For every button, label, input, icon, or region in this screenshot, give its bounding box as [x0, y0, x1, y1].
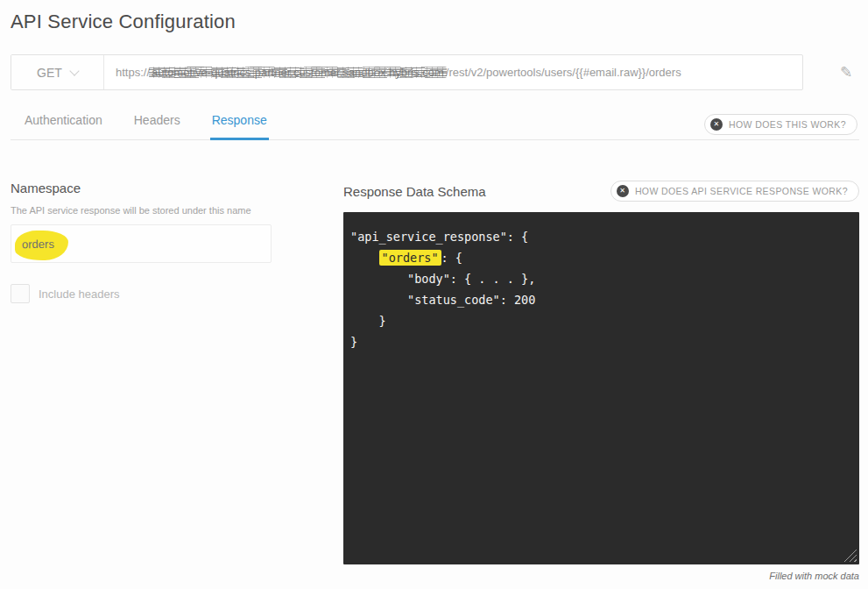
url-input[interactable]: https:// automotive-quatrics-partner.cus… [104, 55, 802, 89]
request-row: GET https:// automotive-quatrics-partner… [11, 54, 859, 90]
url-prefix: https:// [116, 66, 150, 79]
code-line: "body": { . . . }, [350, 268, 849, 289]
namespace-description: The API service response will be stored … [11, 205, 273, 216]
pencil-icon[interactable]: ✎ [840, 63, 852, 82]
tab-headers[interactable]: Headers [132, 106, 182, 139]
namespace-value-highlighted: orders [15, 230, 68, 260]
include-headers-row: Include headers [11, 284, 273, 303]
code-line: "status_code": 200 [350, 289, 849, 310]
close-circle-icon: ✕ [617, 185, 629, 197]
code-line: "orders": { [350, 247, 849, 268]
page-title: API Service Configuration [11, 11, 859, 33]
main-content: Namespace The API service response will … [11, 181, 859, 581]
url-suffix: /rest/v2/powertools/users/{{#email.raw}}… [446, 66, 681, 79]
how-does-api-service-response-work-button[interactable]: ✕ HOW DOES API SERVICE RESPONSE WORK? [610, 181, 859, 202]
http-method-value: GET [37, 66, 62, 80]
resize-handle[interactable] [843, 549, 857, 562]
how-does-this-work-label: HOW DOES THIS WORK? [729, 119, 846, 130]
response-schema-section: Response Data Schema ✕ HOW DOES API SERV… [343, 181, 859, 581]
namespace-input[interactable]: orders [11, 224, 272, 263]
response-schema-header: Response Data Schema ✕ HOW DOES API SERV… [343, 181, 859, 202]
tabs: Authentication Headers Response [23, 106, 297, 139]
namespace-heading: Namespace [11, 181, 273, 195]
how-does-api-service-response-work-label: HOW DOES API SERVICE RESPONSE WORK? [635, 186, 848, 196]
code-line: "api_service_response": { [350, 226, 849, 247]
request-url-bar: GET https:// automotive-quatrics-partner… [11, 54, 803, 90]
code-line: } [350, 331, 849, 352]
tabs-bar: Authentication Headers Response ✕ HOW DO… [11, 106, 859, 140]
response-data-schema-code: "api_service_response": { "orders": { "b… [343, 212, 859, 564]
namespace-section: Namespace The API service response will … [11, 181, 273, 581]
how-does-this-work-button[interactable]: ✕ HOW DOES THIS WORK? [704, 114, 857, 135]
orders-key-highlighted: "orders" [379, 250, 441, 266]
api-service-configuration-page: API Service Configuration GET https:// a… [0, 0, 868, 581]
http-method-select[interactable]: GET [11, 55, 104, 89]
url-redacted-segment: automotive-quatrics-partner.customer.san… [150, 66, 446, 79]
tab-response[interactable]: Response [210, 106, 269, 139]
mock-data-note: Filled with mock data [343, 571, 859, 581]
include-headers-label: Include headers [39, 287, 120, 301]
tab-authentication[interactable]: Authentication [23, 106, 104, 139]
include-headers-checkbox[interactable] [11, 284, 30, 303]
response-schema-heading: Response Data Schema [343, 184, 486, 199]
code-line: } [350, 310, 849, 331]
chevron-down-icon [69, 66, 79, 75]
close-circle-icon: ✕ [710, 118, 723, 131]
